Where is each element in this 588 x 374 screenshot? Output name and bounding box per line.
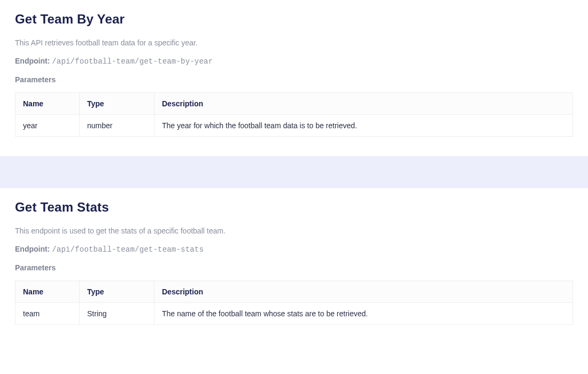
col-header-name: Name [16, 281, 80, 303]
param-type: number [80, 115, 154, 137]
section-title: Get Team Stats [15, 200, 573, 215]
endpoint-line: Endpoint: /api/football-team/get-team-by… [15, 57, 573, 66]
parameters-table: Name Type Description team String The na… [15, 280, 573, 325]
api-section-get-team-stats: Get Team Stats This endpoint is used to … [0, 188, 588, 344]
endpoint-label: Endpoint: [15, 245, 50, 253]
param-description: The name of the football team whose stat… [154, 303, 573, 325]
section-title: Get Team By Year [15, 12, 573, 27]
col-header-type: Type [80, 281, 154, 303]
col-header-description: Description [154, 93, 573, 115]
parameters-label: Parameters [15, 263, 573, 272]
section-description: This API retrieves football team data fo… [15, 38, 573, 47]
table-header-row: Name Type Description [16, 93, 573, 115]
param-type: String [80, 303, 154, 325]
parameters-table: Name Type Description year number The ye… [15, 92, 573, 137]
param-name: team [16, 303, 80, 325]
col-header-type: Type [80, 93, 154, 115]
section-divider [0, 156, 588, 188]
endpoint-label: Endpoint: [15, 57, 50, 65]
section-description: This endpoint is used to get the stats o… [15, 227, 573, 235]
param-description: The year for which the football team dat… [154, 115, 573, 137]
endpoint-path: /api/football-team/get-team-stats [52, 245, 204, 254]
col-header-description: Description [154, 281, 573, 303]
api-section-get-team-by-year: Get Team By Year This API retrieves foot… [0, 0, 588, 156]
table-row: team String The name of the football tea… [16, 303, 573, 325]
endpoint-path: /api/football-team/get-team-by-year [52, 57, 213, 66]
endpoint-line: Endpoint: /api/football-team/get-team-st… [15, 245, 573, 254]
parameters-label: Parameters [15, 75, 573, 84]
table-header-row: Name Type Description [16, 281, 573, 303]
table-row: year number The year for which the footb… [16, 115, 573, 137]
col-header-name: Name [16, 93, 80, 115]
param-name: year [16, 115, 80, 137]
